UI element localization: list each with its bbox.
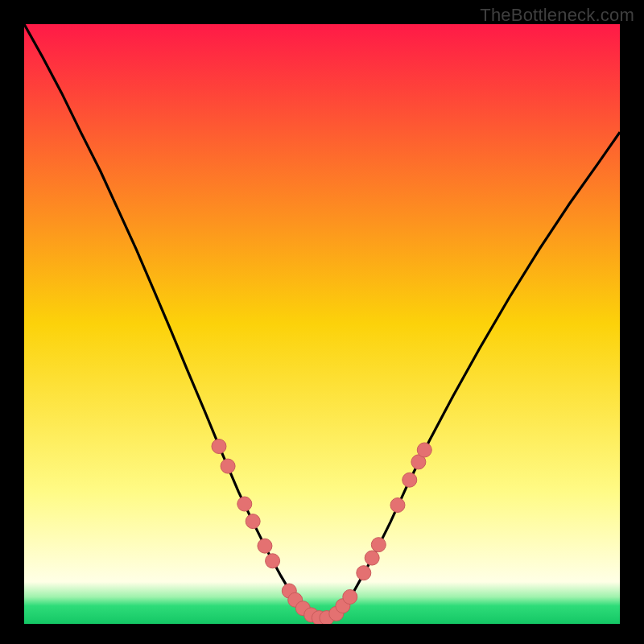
curve-marker bbox=[365, 551, 379, 565]
curve-marker bbox=[221, 459, 235, 473]
curve-marker bbox=[390, 497, 405, 512]
chart-stage: TheBottleneck.com bbox=[0, 0, 644, 644]
curve-marker bbox=[237, 497, 252, 511]
curve-marker bbox=[417, 443, 431, 457]
curve-marker bbox=[266, 554, 280, 568]
curve-marker bbox=[212, 439, 226, 453]
curve-marker bbox=[402, 473, 417, 487]
bottleneck-chart bbox=[0, 0, 644, 644]
gradient-plot-area bbox=[24, 24, 620, 624]
watermark-text: TheBottleneck.com bbox=[480, 5, 634, 26]
curve-marker bbox=[343, 589, 357, 604]
curve-marker bbox=[371, 538, 386, 552]
curve-marker bbox=[246, 514, 260, 529]
curve-marker bbox=[357, 566, 371, 580]
curve-marker bbox=[258, 539, 272, 553]
